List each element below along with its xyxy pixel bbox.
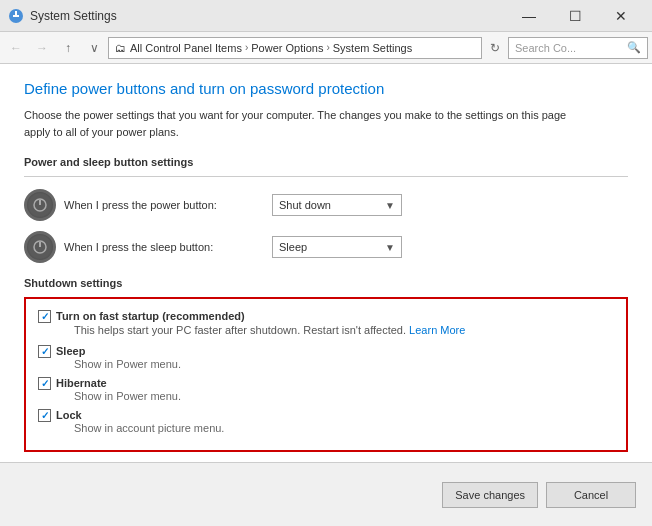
path-icon: 🗂 — [115, 42, 126, 54]
app-icon — [8, 8, 24, 24]
hibernate-row: Hibernate Show in Power menu. — [38, 376, 614, 402]
fast-startup-checkbox[interactable] — [38, 310, 51, 323]
power-button-dropdown[interactable]: Shut down ▼ — [272, 194, 402, 216]
breadcrumb-part3: System Settings — [333, 42, 412, 54]
fast-startup-row: Turn on fast startup (recommended) This … — [38, 309, 614, 338]
footer: Save changes Cancel — [0, 462, 652, 526]
maximize-button[interactable]: ☐ — [552, 0, 598, 32]
power-sleep-section: Power and sleep button settings When I p… — [24, 156, 628, 263]
hibernate-sublabel: Show in Power menu. — [74, 390, 614, 402]
breadcrumb-arrow2: › — [326, 42, 329, 53]
sleep-row: Sleep Show in Power menu. — [38, 344, 614, 370]
page-title: Define power buttons and turn on passwor… — [24, 80, 628, 97]
hibernate-content: Hibernate Show in Power menu. — [56, 376, 614, 402]
back-button[interactable]: ← — [4, 36, 28, 60]
lock-checkbox-wrapper — [38, 409, 56, 422]
lock-checkbox[interactable] — [38, 409, 51, 422]
sleep-checkbox[interactable] — [38, 345, 51, 358]
sleep-button-dropdown-arrow: ▼ — [385, 242, 395, 253]
hibernate-checkbox-wrapper — [38, 377, 56, 390]
fast-startup-checkbox-wrapper — [38, 310, 56, 323]
search-box[interactable]: Search Co... 🔍 — [508, 37, 648, 59]
sleep-button-dropdown[interactable]: Sleep ▼ — [272, 236, 402, 258]
lock-row: Lock Show in account picture menu. — [38, 408, 614, 434]
fast-startup-desc: This helps start your PC faster after sh… — [74, 323, 614, 338]
power-button-dropdown-arrow: ▼ — [385, 200, 395, 211]
page-description: Choose the power settings that you want … — [24, 107, 584, 140]
sleep-label: Sleep — [56, 345, 85, 357]
learn-more-link[interactable]: Learn More — [409, 324, 465, 336]
shutdown-box: Turn on fast startup (recommended) This … — [24, 297, 628, 452]
sleep-button-label: When I press the sleep button: — [64, 241, 264, 253]
breadcrumb-part2: Power Options — [251, 42, 323, 54]
save-changes-button[interactable]: Save changes — [442, 482, 538, 508]
recent-button[interactable]: ∨ — [82, 36, 106, 60]
hibernate-label: Hibernate — [56, 377, 107, 389]
search-icon: 🔍 — [627, 41, 641, 54]
address-bar[interactable]: 🗂 All Control Panel Items › Power Option… — [108, 37, 482, 59]
shutdown-section: Shutdown settings Turn on fast startup (… — [24, 277, 628, 452]
sleep-button-icon — [24, 231, 56, 263]
shutdown-section-label: Shutdown settings — [24, 277, 628, 289]
search-placeholder: Search Co... — [515, 42, 627, 54]
sleep-sublabel: Show in Power menu. — [74, 358, 614, 370]
sleep-button-row: When I press the sleep button: Sleep ▼ — [24, 231, 628, 263]
lock-content: Lock Show in account picture menu. — [56, 408, 614, 434]
svg-rect-2 — [13, 15, 19, 17]
title-bar: System Settings — ☐ ✕ — [0, 0, 652, 32]
up-button[interactable]: ↑ — [56, 36, 80, 60]
hibernate-checkbox[interactable] — [38, 377, 51, 390]
fast-startup-label: Turn on fast startup (recommended) — [56, 310, 245, 322]
window-controls: — ☐ ✕ — [506, 0, 644, 32]
sleep-button-dropdown-value: Sleep — [279, 241, 381, 253]
nav-bar: ← → ↑ ∨ 🗂 All Control Panel Items › Powe… — [0, 32, 652, 64]
power-button-row: When I press the power button: Shut down… — [24, 189, 628, 221]
lock-label: Lock — [56, 409, 82, 421]
forward-button[interactable]: → — [30, 36, 54, 60]
window-title: System Settings — [30, 9, 506, 23]
main-content: Define power buttons and turn on passwor… — [0, 64, 652, 462]
refresh-button[interactable]: ↻ — [484, 37, 506, 59]
cancel-button[interactable]: Cancel — [546, 482, 636, 508]
power-button-label: When I press the power button: — [64, 199, 264, 211]
power-button-icon — [24, 189, 56, 221]
power-button-dropdown-value: Shut down — [279, 199, 381, 211]
minimize-button[interactable]: — — [506, 0, 552, 32]
sleep-checkbox-wrapper — [38, 345, 56, 358]
fast-startup-content: Turn on fast startup (recommended) This … — [56, 309, 614, 338]
sleep-content: Sleep Show in Power menu. — [56, 344, 614, 370]
close-button[interactable]: ✕ — [598, 0, 644, 32]
breadcrumb-arrow1: › — [245, 42, 248, 53]
power-sleep-section-label: Power and sleep button settings — [24, 156, 628, 168]
lock-sublabel: Show in account picture menu. — [74, 422, 614, 434]
breadcrumb-part1: All Control Panel Items — [130, 42, 242, 54]
section-divider-1 — [24, 176, 628, 177]
